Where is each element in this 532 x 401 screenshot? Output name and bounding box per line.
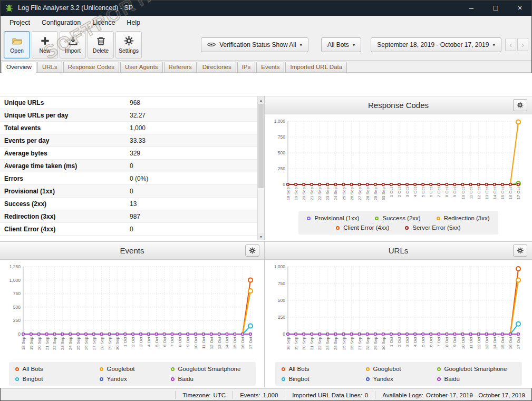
window-controls: – □ × xyxy=(459,0,532,16)
table-row[interactable]: Total events 1,000 xyxy=(0,122,257,134)
table-row[interactable]: Unique URLs 968 xyxy=(0,96,257,109)
toolbar-button-delete[interactable]: Delete xyxy=(88,31,114,58)
table-row[interactable]: Unique URLs per day 32.27 xyxy=(0,109,257,122)
svg-text:8 Oct: 8 Oct xyxy=(178,336,182,347)
legend-ring-icon xyxy=(437,377,441,381)
table-row[interactable]: Average bytes 329 xyxy=(0,147,257,160)
menu-item-configuration[interactable]: Configuration xyxy=(36,17,86,28)
table-row[interactable]: Provisional (1xx) 0 xyxy=(0,185,257,198)
tab-response-codes[interactable]: Response Codes xyxy=(63,62,119,72)
tab-referers[interactable]: Referers xyxy=(164,62,197,72)
stat-label: Redirection (3xx) xyxy=(0,213,127,220)
table-row[interactable]: Redirection (3xx) 987 xyxy=(0,210,257,223)
status-value: 0 xyxy=(365,392,368,398)
legend-ring-icon xyxy=(100,377,103,381)
verification-status-dropdown[interactable]: Verification Status Show All ▾ xyxy=(201,37,308,52)
tab-urls[interactable]: URLs xyxy=(37,62,62,72)
svg-text:12 Oct: 12 Oct xyxy=(477,336,481,349)
table-row[interactable]: Errors 0 (0%) xyxy=(0,172,257,185)
all-bots-dropdown[interactable]: All Bots ▾ xyxy=(321,37,361,52)
tab-directories[interactable]: Directories xyxy=(198,62,236,72)
close-button[interactable]: × xyxy=(508,0,532,16)
urls-chart-area: 02505007501,00018 Sep19 Sep20 Sep21 Sep2… xyxy=(265,260,532,358)
toolbar-button-label: Import xyxy=(65,47,81,54)
scroll-up-icon[interactable]: ▲ xyxy=(258,96,264,104)
table-row[interactable]: Client Error (4xx) 0 xyxy=(0,223,257,236)
menu-item-help[interactable]: Help xyxy=(121,17,146,28)
svg-text:16 Oct: 16 Oct xyxy=(240,336,245,349)
maximize-button[interactable]: □ xyxy=(483,0,508,16)
svg-text:500: 500 xyxy=(278,298,285,303)
chevron-down-icon: ▾ xyxy=(353,42,355,47)
legend-ring-icon xyxy=(437,367,441,371)
stat-value: 968 xyxy=(127,99,140,106)
gear-icon xyxy=(517,247,524,254)
menu-item-licence[interactable]: Licence xyxy=(86,17,121,28)
overview-stats-table: Unique URLs 968 Unique URLs per day 32.2… xyxy=(0,96,257,240)
next-date-button[interactable]: › xyxy=(517,38,528,51)
toolbar-button-settings[interactable]: Settings xyxy=(115,31,142,58)
scroll-down-icon[interactable]: ▼ xyxy=(258,233,264,240)
urls-panel-header: URLs xyxy=(265,242,532,260)
svg-text:12 Oct: 12 Oct xyxy=(209,336,214,349)
svg-text:3 Oct: 3 Oct xyxy=(405,336,410,347)
legend-ring-icon xyxy=(405,226,409,230)
svg-text:1 Oct: 1 Oct xyxy=(123,336,128,347)
legend-item-all-bots: All Bots xyxy=(15,366,100,372)
urls-settings-button[interactable] xyxy=(513,244,527,257)
chevron-down-icon: ▾ xyxy=(300,42,303,47)
svg-text:24 Sep: 24 Sep xyxy=(333,336,338,350)
overview-stats-quadrant: Unique URLs 968 Unique URLs per day 32.2… xyxy=(0,96,265,240)
table-row[interactable]: Average time taken (ms) 0 xyxy=(0,160,257,172)
svg-text:25 Sep: 25 Sep xyxy=(76,336,81,350)
events-chart: 02505007501,0001,25018 Sep19 Sep20 Sep21… xyxy=(1,261,259,358)
status-label: Events: xyxy=(240,392,260,398)
events-settings-button[interactable] xyxy=(245,244,259,257)
legend-item-yandex: Yandex xyxy=(366,376,437,382)
svg-text:19 Sep: 19 Sep xyxy=(294,336,298,350)
status-value: 1,000 xyxy=(263,392,278,398)
response-codes-panel: Response Codes 02505007501,00018 Sep19 S… xyxy=(265,96,532,240)
all-bots-label: All Bots xyxy=(327,41,349,48)
tab-ips[interactable]: IPs xyxy=(237,62,256,72)
svg-text:15 Oct: 15 Oct xyxy=(233,336,237,349)
import-icon xyxy=(68,36,78,46)
toolbar-button-open[interactable]: Open xyxy=(4,31,30,58)
svg-text:8 Oct: 8 Oct xyxy=(444,187,449,197)
table-scrollbar[interactable]: ▲ ▼ xyxy=(257,96,264,240)
legend-ring-icon xyxy=(282,367,285,371)
response-codes-settings-button[interactable] xyxy=(513,99,527,111)
table-row[interactable]: Events per day 33.33 xyxy=(0,134,257,147)
svg-text:7 Oct: 7 Oct xyxy=(437,336,441,347)
svg-text:18 Sep: 18 Sep xyxy=(286,336,291,350)
svg-text:26 Sep: 26 Sep xyxy=(84,336,89,350)
legend-item-provisional-1xx: Provisional (1xx) xyxy=(307,215,359,221)
legend-item-bingbot: Bingbot xyxy=(282,376,366,382)
tab-events[interactable]: Events xyxy=(256,62,284,72)
minimize-button[interactable]: – xyxy=(459,0,483,16)
svg-text:28 Sep: 28 Sep xyxy=(100,336,104,350)
svg-text:11 Oct: 11 Oct xyxy=(469,187,473,199)
tab-overview[interactable]: Overview xyxy=(2,62,36,73)
svg-text:9 Oct: 9 Oct xyxy=(452,336,457,347)
svg-text:20 Sep: 20 Sep xyxy=(302,336,306,350)
date-range-dropdown[interactable]: September 18, 2019 - October 17, 2019 ▾ xyxy=(371,37,501,52)
svg-text:21 Sep: 21 Sep xyxy=(309,187,314,200)
tab-imported-url-data[interactable]: Imported URL Data xyxy=(285,62,347,72)
svg-text:14 Oct: 14 Oct xyxy=(492,336,497,349)
gear-icon xyxy=(517,102,524,109)
menu-item-project[interactable]: Project xyxy=(4,17,36,28)
table-row[interactable]: Success (2xx) 13 xyxy=(0,198,257,210)
svg-text:30 Sep: 30 Sep xyxy=(115,336,120,350)
svg-text:16 Oct: 16 Oct xyxy=(508,336,513,349)
toolbar-button-new[interactable]: New xyxy=(32,31,58,58)
status-value: UTC xyxy=(214,392,226,398)
legend-ring-icon xyxy=(437,217,440,220)
tab-user-agents[interactable]: User Agents xyxy=(120,62,163,72)
toolbar-filters: Verification Status Show All ▾ All Bots … xyxy=(201,37,528,52)
legend-ring-icon xyxy=(171,377,175,381)
toolbar-button-import[interactable]: Import xyxy=(60,31,86,58)
scrollbar-thumb[interactable] xyxy=(258,104,264,188)
prev-date-button[interactable]: ‹ xyxy=(505,38,516,51)
svg-text:7 Oct: 7 Oct xyxy=(170,336,175,347)
